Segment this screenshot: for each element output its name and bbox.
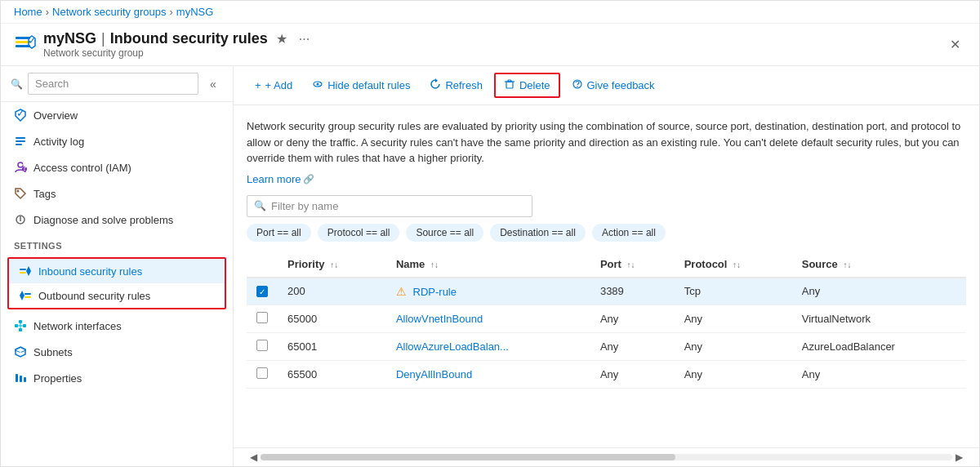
hide-label: Hide default rules [327, 79, 410, 91]
scroll-left-button[interactable]: ◀ [247, 451, 261, 463]
row-priority: 200 [278, 278, 386, 305]
svg-rect-32 [20, 376, 22, 382]
col-name[interactable]: Name ↑↓ [386, 251, 590, 278]
sidebar-item-activity-log-label: Activity log [33, 136, 84, 148]
row-port: Any [590, 305, 675, 332]
filter-chip-destination[interactable]: Destination == all [490, 224, 586, 242]
filter-chip-port[interactable]: Port == all [247, 224, 311, 242]
row-checkbox-cell: ✓ [247, 278, 278, 305]
sidebar-item-iam-label: Access control (IAM) [33, 162, 131, 174]
scrollbar-area: ◀ ▶ [234, 447, 979, 466]
bars-icon [14, 371, 27, 385]
sort-name-icon: ↑↓ [430, 260, 439, 269]
refresh-button[interactable]: Refresh [421, 74, 491, 96]
search-input[interactable] [28, 73, 198, 95]
filter-chip-source[interactable]: Source == all [406, 224, 483, 242]
tag-icon [14, 187, 27, 200]
svg-text:✓: ✓ [28, 34, 37, 47]
row-protocol: Any [675, 360, 792, 388]
close-button[interactable]: ✕ [943, 33, 966, 56]
feedback-button[interactable]: Give feedback [564, 74, 663, 96]
subnet-icon: <> [14, 345, 27, 358]
sidebar-item-diagnose-label: Diagnose and solve problems [33, 214, 173, 226]
resource-subtitle: Network security group [43, 47, 313, 59]
row-checkbox[interactable] [256, 340, 268, 351]
sort-port-icon: ↑↓ [627, 260, 635, 269]
delete-button[interactable]: Delete [494, 73, 560, 98]
svg-point-13 [17, 190, 20, 193]
svg-point-41 [577, 86, 578, 87]
sort-priority-icon: ↑↓ [330, 260, 338, 269]
sidebar-item-diagnose[interactable]: Diagnose and solve problems [1, 207, 233, 233]
trash-icon [504, 78, 515, 92]
table-row[interactable]: 65500 DenyAllInBound Any Any Any [247, 360, 966, 388]
col-port[interactable]: Port ↑↓ [590, 251, 675, 278]
delete-label: Delete [519, 79, 550, 91]
more-button[interactable]: ··· [296, 32, 313, 47]
rule-name-link[interactable]: AllowAzureLoadBalan... [396, 340, 509, 353]
rule-name-link[interactable]: AllowVnetInBound [396, 313, 483, 325]
list-icon [14, 135, 27, 148]
col-protocol[interactable]: Protocol ↑↓ [675, 251, 792, 278]
breadcrumb-current[interactable]: myNSG [176, 6, 214, 18]
col-source[interactable]: Source ↑↓ [792, 251, 966, 278]
scroll-right-button[interactable]: ▶ [952, 451, 966, 463]
col-checkbox [247, 251, 278, 278]
sidebar-item-properties[interactable]: Properties [1, 365, 233, 391]
sidebar-item-overview-label: Overview [33, 109, 78, 122]
horizontal-scrollbar[interactable] [261, 454, 952, 460]
inbound-icon [19, 265, 32, 278]
svg-rect-26 [19, 328, 22, 331]
rule-name-link[interactable]: DenyAllInBound [396, 368, 472, 380]
learn-more-link[interactable]: Learn more 🔗 [247, 173, 314, 185]
row-checkbox[interactable]: ✓ [256, 286, 268, 297]
scrollbar-thumb [261, 454, 675, 460]
breadcrumb-nsg[interactable]: Network security groups [52, 6, 166, 18]
row-name: ⚠ RDP-rule [386, 278, 590, 305]
sidebar-item-subnets[interactable]: <> Subnets [1, 339, 233, 365]
app-container: Home › Network security groups › myNSG ✓… [0, 0, 980, 467]
row-protocol: Tcp [675, 278, 792, 305]
filter-input[interactable] [271, 200, 525, 212]
svg-rect-20 [24, 293, 31, 295]
row-checkbox[interactable] [256, 312, 268, 323]
sidebar-item-access-control[interactable]: ? Access control (IAM) [1, 154, 233, 180]
row-priority: 65001 [278, 332, 386, 360]
svg-text:?: ? [21, 161, 27, 173]
collapse-button[interactable]: « [203, 74, 223, 94]
sidebar-item-tags-label: Tags [33, 188, 56, 200]
feedback-label: Give feedback [587, 79, 655, 91]
add-button[interactable]: + + Add [247, 75, 301, 96]
sidebar-item-overview[interactable]: ✓ Overview [1, 102, 233, 128]
row-priority: 65500 [278, 360, 386, 388]
row-checkbox[interactable] [256, 367, 268, 379]
content-body: Network security group security rules ar… [234, 105, 979, 447]
svg-rect-37 [506, 82, 513, 88]
breadcrumb-sep2: › [169, 6, 172, 18]
rule-name-link[interactable]: RDP-rule [413, 286, 457, 298]
filter-chip-protocol[interactable]: Protocol == all [318, 224, 400, 242]
sidebar-item-outbound[interactable]: Outbound security rules [9, 283, 225, 308]
sidebar-item-tags[interactable]: Tags [1, 180, 233, 207]
hide-default-rules-button[interactable]: Hide default rules [304, 74, 418, 96]
table-row[interactable]: 65001 AllowAzureLoadBalan... Any Any Azu… [247, 332, 966, 360]
filter-chips: Port == all Protocol == all Source == al… [247, 224, 966, 242]
star-button[interactable]: ★ [273, 31, 291, 47]
breadcrumb-home[interactable]: Home [14, 6, 42, 18]
table-row[interactable]: ✓ 200 ⚠ RDP-rule 3389 Tcp Any [247, 278, 966, 305]
nsg-icon: ✓ [14, 33, 37, 56]
row-protocol: Any [675, 332, 792, 360]
sidebar-item-outbound-label: Outbound security rules [38, 290, 150, 302]
sidebar-item-network-interfaces[interactable]: Network interfaces [1, 313, 233, 339]
filter-chip-action[interactable]: Action == all [592, 224, 666, 242]
svg-rect-17 [20, 269, 26, 270]
table-row[interactable]: 65000 AllowVnetInBound Any Any VirtualNe… [247, 305, 966, 332]
col-priority[interactable]: Priority ↑↓ [278, 251, 386, 278]
sidebar-item-activity-log[interactable]: Activity log [1, 128, 233, 154]
content-area: + + Add Hide default rules Refresh [234, 66, 979, 466]
svg-marker-22 [20, 291, 24, 300]
svg-text:✓: ✓ [16, 109, 25, 119]
warning-icon: ⚠ [396, 285, 407, 298]
sidebar-item-inbound[interactable]: Inbound security rules [9, 259, 225, 283]
svg-rect-31 [16, 374, 18, 382]
